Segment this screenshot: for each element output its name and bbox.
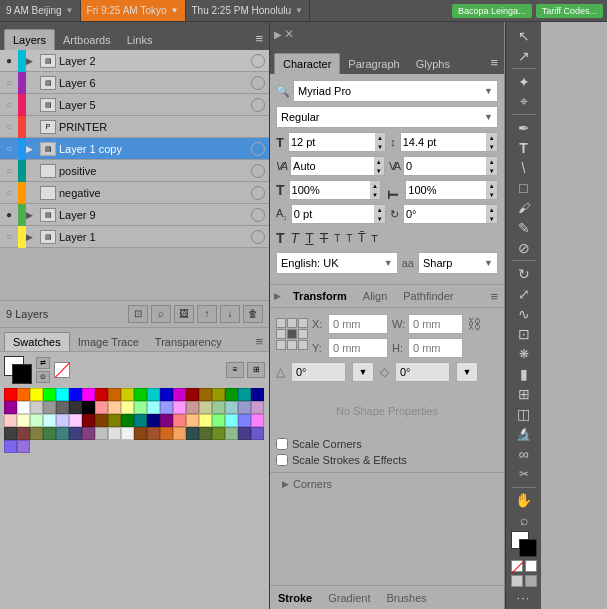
color-cell[interactable] xyxy=(17,388,30,401)
color-cell[interactable] xyxy=(4,414,17,427)
layer-row[interactable]: ○ ▤ Layer 5 xyxy=(0,94,269,116)
transform-panel-menu[interactable]: ≡ xyxy=(484,287,504,306)
color-cell[interactable] xyxy=(173,388,186,401)
x-input[interactable] xyxy=(328,314,388,334)
v-scale-down[interactable]: ▼ xyxy=(486,190,497,199)
collapse-transform[interactable]: ▶ xyxy=(270,289,285,303)
layer-name-3[interactable]: Layer 5 xyxy=(59,99,251,111)
layer-name-7[interactable]: negative xyxy=(59,187,251,199)
shear-angle-dropdown[interactable]: ▼ xyxy=(456,362,478,382)
color-cell[interactable] xyxy=(238,401,251,414)
layer-row[interactable]: ○ ▶ ▤ Layer 1 xyxy=(0,226,269,248)
color-cell[interactable] xyxy=(43,414,56,427)
layer-circle-1[interactable] xyxy=(251,54,265,68)
color-cell[interactable] xyxy=(69,388,82,401)
tool-symbol-sprayer[interactable]: ❋ xyxy=(510,345,538,364)
none-swatch[interactable] xyxy=(54,362,70,378)
color-cell[interactable] xyxy=(121,427,134,440)
typo-smallcaps-btn[interactable]: ᴛ xyxy=(371,231,378,245)
typo-bold-btn[interactable]: T xyxy=(276,230,285,246)
tool-line[interactable]: \ xyxy=(510,158,538,177)
color-cell[interactable] xyxy=(134,401,147,414)
tool-eraser[interactable]: ⊘ xyxy=(510,238,538,257)
color-cell[interactable] xyxy=(56,388,69,401)
layer-visibility-1[interactable]: ● xyxy=(0,55,18,66)
color-cell[interactable] xyxy=(121,401,134,414)
typo-sub-btn[interactable]: T xyxy=(346,233,352,244)
kerning-up[interactable]: ▲ xyxy=(374,157,385,166)
tracking-input[interactable] xyxy=(404,160,486,172)
baseline-up[interactable]: ▲ xyxy=(374,205,385,214)
color-cell[interactable] xyxy=(147,388,160,401)
layers-panel-menu[interactable]: ≡ xyxy=(249,27,269,50)
baseline-input[interactable] xyxy=(292,208,375,220)
color-cell[interactable] xyxy=(30,427,43,440)
rotation-input[interactable] xyxy=(404,208,487,220)
chain-link-icon[interactable]: ⛓ xyxy=(467,314,481,334)
color-cell[interactable] xyxy=(199,414,212,427)
color-cell[interactable] xyxy=(30,388,43,401)
layer-row[interactable]: ○ ▶ ▤ Layer 1 copy xyxy=(0,138,269,160)
color-cell[interactable] xyxy=(160,388,173,401)
layer-visibility-9[interactable]: ○ xyxy=(0,231,18,242)
color-cell[interactable] xyxy=(82,401,95,414)
color-cell[interactable] xyxy=(199,388,212,401)
color-cell[interactable] xyxy=(56,401,69,414)
layer-expand-1[interactable]: ▶ xyxy=(26,56,40,66)
color-cell[interactable] xyxy=(251,401,264,414)
color-cell[interactable] xyxy=(251,388,264,401)
color-cell[interactable] xyxy=(43,388,56,401)
tab-links[interactable]: Links xyxy=(119,30,161,50)
h-scale-up[interactable]: ▲ xyxy=(370,181,381,190)
tool-paintbrush[interactable]: 🖌 xyxy=(510,198,538,217)
tool-more-button[interactable]: ··· xyxy=(517,590,531,605)
layer-expand-9[interactable]: ▶ xyxy=(26,232,40,242)
tool-magic-wand[interactable]: ✦ xyxy=(510,72,538,91)
layer-name-4[interactable]: PRINTER xyxy=(59,121,269,133)
kerning-down[interactable]: ▼ xyxy=(374,166,385,175)
color-cell[interactable] xyxy=(121,414,134,427)
color-cell[interactable] xyxy=(69,414,82,427)
h-input[interactable] xyxy=(408,338,463,358)
color-cell[interactable] xyxy=(95,388,108,401)
color-cell[interactable] xyxy=(17,401,30,414)
tool-scale[interactable]: ⤢ xyxy=(510,284,538,303)
rotate-angle-dropdown[interactable]: ▼ xyxy=(352,362,374,382)
collapse-corners[interactable]: ▶ xyxy=(278,477,293,491)
sharpness-dropdown[interactable]: Sharp ▼ xyxy=(418,252,498,274)
leading-input[interactable] xyxy=(401,136,487,148)
h-scale-down[interactable]: ▼ xyxy=(370,190,381,199)
color-cell[interactable] xyxy=(212,388,225,401)
color-cell[interactable] xyxy=(147,401,160,414)
rotation-down[interactable]: ▼ xyxy=(486,214,497,223)
v-scale-up[interactable]: ▲ xyxy=(486,181,497,190)
dropdown-arrow-beijing[interactable]: ▼ xyxy=(66,6,74,15)
tab-layers[interactable]: Layers xyxy=(4,29,55,50)
color-cell[interactable] xyxy=(212,427,225,440)
tracking-down[interactable]: ▼ xyxy=(486,166,497,175)
layer-row[interactable]: ○ P PRINTER xyxy=(0,116,269,138)
layer-visibility-6[interactable]: ○ xyxy=(0,165,18,176)
layer-name-2[interactable]: Layer 6 xyxy=(59,77,251,89)
new-layer-button[interactable]: ↓ xyxy=(220,305,240,323)
sub-tab-align[interactable]: Align xyxy=(355,287,395,305)
dropdown-arrow-tokyo[interactable]: ▼ xyxy=(171,6,179,15)
tool-hand[interactable]: ✋ xyxy=(510,491,538,510)
tab-image-trace[interactable]: Image Trace xyxy=(70,333,147,351)
rotate-angle-input[interactable] xyxy=(291,362,346,382)
sub-tab-pathfinder[interactable]: Pathfinder xyxy=(395,287,461,305)
swatch-fg-bg[interactable] xyxy=(4,356,32,384)
tab-gradient[interactable]: Gradient xyxy=(320,589,378,607)
color-cell[interactable] xyxy=(108,427,121,440)
layer-name-5[interactable]: Layer 1 copy xyxy=(59,143,251,155)
search-layers-button[interactable]: ⌕ xyxy=(151,305,171,323)
color-cell[interactable] xyxy=(186,388,199,401)
tool-small-swatch-2[interactable] xyxy=(525,575,537,587)
tool-fg-bg-swatch[interactable] xyxy=(511,531,537,557)
layer-row[interactable]: ○ ▤ Layer 6 xyxy=(0,72,269,94)
tool-warp[interactable]: ∿ xyxy=(510,304,538,323)
tab-transparency[interactable]: Transparency xyxy=(147,333,230,351)
color-cell[interactable] xyxy=(251,414,264,427)
layer-visibility-5[interactable]: ○ xyxy=(0,143,18,154)
color-cell[interactable] xyxy=(134,427,147,440)
